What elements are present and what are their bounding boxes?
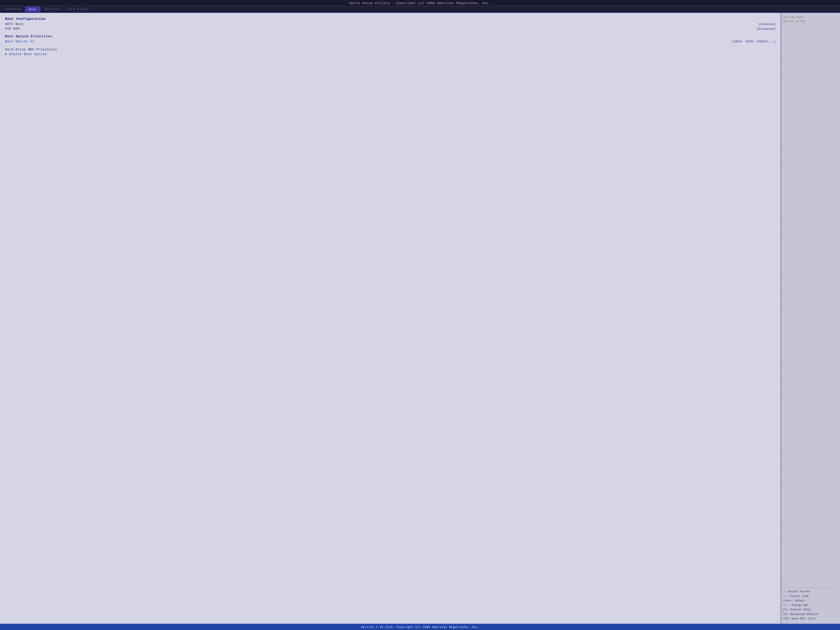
menu-item-delete-boot[interactable]: ► Delete Boot Option [5,52,776,57]
boot-option-1-value: [SATA: INTEL SSDSC2...] [732,40,776,43]
pxe-rom-label: PXE ROM [5,27,20,30]
footer-text: Version 1.28.1119. Copyright (C) 2008 Am… [361,625,479,629]
key-f10-save: F10: Save ESC: Exit [783,617,838,621]
uefi-boot-value: [Enabled] [759,23,776,26]
section-boot-config: Boot Configuration [5,17,776,21]
arrow-icon: ► [5,52,7,56]
key-select-item: ↑↓: Select Item [783,594,838,598]
tab-security[interactable]: Security [41,7,63,12]
nav-tabs: Advanced Boot Security Save & Exit [0,6,840,13]
header-bar: Aptio Setup Utility - Copyright (C) 2008… [0,0,840,6]
uefi-boot-label: UEFI Boot [5,22,24,26]
right-panel: Set the bootdevice in the ↔: Select Scre… [781,13,840,624]
left-panel: Boot Configuration UEFI Boot [Enabled] P… [0,13,781,624]
tab-save-exit[interactable]: Save & Exit [64,7,92,12]
key-f9-default: F9: Optimized Default [783,612,838,617]
keyboard-help: ↔: Select Screen ↑↓: Select Item Enter: … [783,588,838,621]
tab-boot[interactable]: Boot [25,7,40,12]
main-content: Boot Configuration UEFI Boot [Enabled] P… [0,13,840,624]
tab-advanced[interactable]: Advanced [2,7,24,12]
menu-item-boot-option-1[interactable]: Boot Option #1 [SATA: INTEL SSDSC2...] [5,39,776,44]
menu-item-pxe-rom[interactable]: PXE ROM [Disabled] [5,27,776,31]
hdd-bbs-label: Hard Drive BBS Priorities [5,48,57,51]
boot-option-1-label: Boot Option #1 [5,40,34,43]
help-top-text: Set the bootdevice in the [783,16,838,23]
key-enter-select: Enter: Select [783,598,838,603]
delete-boot-label: ► Delete Boot Option [5,52,47,56]
section-boot-priorities: Boot Option Priorities [5,35,776,38]
pxe-rom-value: [Disabled] [757,27,776,30]
menu-item-hdd-bbs[interactable]: Hard Drive BBS Priorities [5,47,776,52]
header-title: Aptio Setup Utility - Copyright (C) 2008… [349,1,491,5]
status-bar: Version 1.28.1119. Copyright (C) 2008 Am… [0,624,840,630]
key-select-screen: ↔: Select Screen [783,590,838,594]
key-f1-help: F1: General Help [783,608,838,612]
key-change-opt: +/-: Change Opt. [783,603,838,608]
bios-screen: Aptio Setup Utility - Copyright (C) 2008… [0,0,840,630]
menu-item-uefi-boot[interactable]: UEFI Boot [Enabled] [5,22,776,27]
